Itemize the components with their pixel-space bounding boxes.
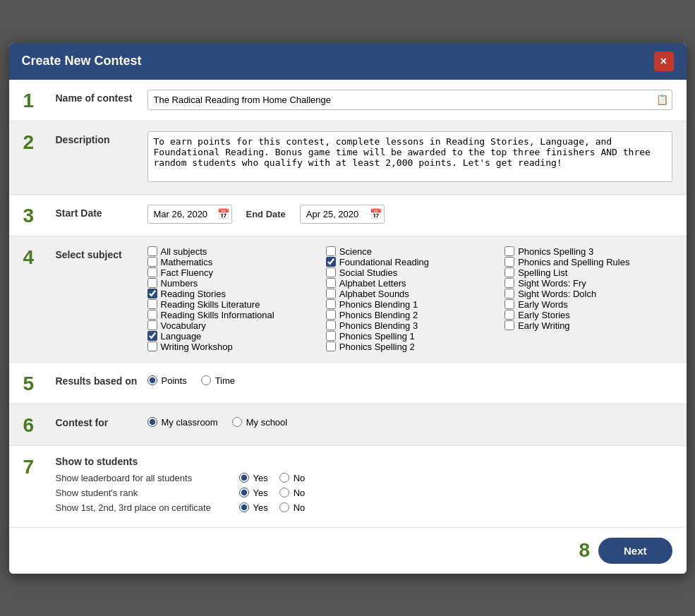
subject-alphabet-letters[interactable]: Alphabet Letters bbox=[326, 278, 493, 289]
place-no-radio[interactable] bbox=[279, 502, 289, 512]
col1-subjects: All subjects Mathematics Fact Fluency Nu… bbox=[147, 246, 315, 352]
place-yes-radio[interactable] bbox=[239, 502, 249, 512]
subject-early-stories[interactable]: Early Stories bbox=[504, 310, 672, 320]
contest-my-school-radio[interactable] bbox=[232, 417, 242, 427]
subject-social-studies[interactable]: Social Studies bbox=[326, 267, 493, 278]
cb-numbers[interactable] bbox=[147, 278, 157, 288]
cb-sight-words-fry[interactable] bbox=[504, 278, 514, 288]
subject-vocabulary[interactable]: Vocabulary bbox=[147, 320, 315, 331]
subject-phonics-spelling1[interactable]: Phonics Spelling 1 bbox=[326, 331, 493, 342]
close-button[interactable]: × bbox=[654, 52, 674, 71]
cb-early-writing[interactable] bbox=[504, 320, 514, 330]
place-no-option[interactable]: No bbox=[279, 502, 306, 513]
show-row-leaderboard: Show leaderboard for all students Yes No bbox=[56, 473, 672, 483]
cb-foundational-reading[interactable] bbox=[326, 257, 336, 267]
cb-phonics-spelling2[interactable] bbox=[326, 342, 336, 351]
subject-sight-words-fry[interactable]: Sight Words: Fry bbox=[504, 278, 672, 289]
contest-name-input[interactable] bbox=[147, 90, 672, 110]
subject-phonics-blending3[interactable]: Phonics Blending 3 bbox=[326, 320, 493, 331]
cb-science[interactable] bbox=[326, 246, 336, 256]
subject-numbers[interactable]: Numbers bbox=[147, 278, 315, 289]
results-points-radio[interactable] bbox=[147, 375, 157, 385]
subject-sight-words-dolch[interactable]: Sight Words: Dolch bbox=[504, 289, 672, 299]
leaderboard-no-option[interactable]: No bbox=[279, 473, 306, 483]
cb-all-subjects[interactable] bbox=[147, 246, 157, 256]
subject-phonics-spelling-rules[interactable]: Phonics and Spelling Rules bbox=[504, 257, 672, 267]
step-2-number: 2 bbox=[23, 131, 52, 152]
subject-reading-skills-info[interactable]: Reading Skills Informational bbox=[147, 310, 315, 320]
start-date-icon[interactable]: 📅 bbox=[217, 208, 229, 219]
section-2: 2 Description To earn points for this co… bbox=[9, 121, 687, 195]
results-time-option[interactable]: Time bbox=[201, 375, 235, 386]
cb-early-words[interactable] bbox=[504, 299, 514, 309]
step-3-number: 3 bbox=[23, 205, 52, 226]
cb-reading-skills-info[interactable] bbox=[147, 310, 157, 320]
description-input[interactable]: To earn points for this contest, complet… bbox=[147, 131, 672, 182]
cb-reading-skills-lit[interactable] bbox=[147, 299, 157, 309]
cb-writing-workshop[interactable] bbox=[147, 342, 157, 351]
subject-foundational-reading[interactable]: Foundational Reading bbox=[326, 257, 493, 267]
rank-yes-option[interactable]: Yes bbox=[239, 488, 268, 498]
subject-fact-fluency[interactable]: Fact Fluency bbox=[147, 267, 315, 278]
start-date-wrap: 📅 bbox=[147, 205, 232, 224]
cb-sight-words-dolch[interactable] bbox=[504, 289, 514, 298]
cb-alphabet-letters[interactable] bbox=[326, 278, 336, 288]
cb-alphabet-sounds[interactable] bbox=[326, 289, 336, 298]
results-time-radio[interactable] bbox=[201, 375, 211, 385]
section-6: 6 Contest for My classroom My school bbox=[9, 404, 687, 446]
place-yes-option[interactable]: Yes bbox=[239, 502, 268, 513]
subject-language[interactable]: Language bbox=[147, 331, 315, 342]
step-6-label: Contest for bbox=[56, 414, 147, 435]
subject-phonics-spelling3[interactable]: Phonics Spelling 3 bbox=[504, 246, 672, 257]
step-4-label: Select subject bbox=[56, 246, 147, 352]
subject-spelling-list[interactable]: Spelling List bbox=[504, 267, 672, 278]
cb-language[interactable] bbox=[147, 331, 157, 341]
rank-no-radio[interactable] bbox=[279, 488, 289, 497]
subject-phonics-spelling2[interactable]: Phonics Spelling 2 bbox=[326, 342, 493, 352]
contest-my-classroom-radio[interactable] bbox=[147, 417, 157, 427]
cb-phonics-blending2[interactable] bbox=[326, 310, 336, 320]
subject-writing-workshop[interactable]: Writing Workshop bbox=[147, 342, 315, 352]
cb-phonics-blending1[interactable] bbox=[326, 299, 336, 309]
subject-reading-stories[interactable]: Reading Stories bbox=[147, 289, 315, 299]
leaderboard-yes-radio[interactable] bbox=[239, 473, 249, 483]
cb-phonics-blending3[interactable] bbox=[326, 320, 336, 330]
subject-reading-skills-lit[interactable]: Reading Skills Literature bbox=[147, 299, 315, 310]
end-date-icon[interactable]: 📅 bbox=[370, 208, 382, 219]
subject-phonics-blending2[interactable]: Phonics Blending 2 bbox=[326, 310, 493, 320]
subject-mathematics[interactable]: Mathematics bbox=[147, 257, 315, 267]
subject-alphabet-sounds[interactable]: Alphabet Sounds bbox=[326, 289, 493, 299]
show-row-rank-options: Yes No bbox=[239, 488, 306, 498]
text-icon: 📋 bbox=[656, 94, 668, 105]
end-date-field: 📅 bbox=[300, 205, 385, 224]
rank-yes-radio[interactable] bbox=[239, 488, 249, 497]
cb-phonics-spelling3[interactable] bbox=[504, 246, 514, 256]
cb-phonics-spelling1[interactable] bbox=[326, 331, 336, 341]
subject-early-writing[interactable]: Early Writing bbox=[504, 320, 672, 331]
contest-name-field-wrap: 📋 bbox=[147, 90, 672, 110]
cb-vocabulary[interactable] bbox=[147, 320, 157, 330]
rank-no-option[interactable]: No bbox=[279, 488, 306, 498]
subject-science[interactable]: Science bbox=[326, 246, 493, 257]
subject-early-words[interactable]: Early Words bbox=[504, 299, 672, 310]
cb-social-studies[interactable] bbox=[326, 267, 336, 277]
leaderboard-no-radio[interactable] bbox=[279, 473, 289, 483]
step-1-label: Name of contest bbox=[56, 90, 147, 111]
contest-my-classroom-option[interactable]: My classroom bbox=[147, 417, 218, 428]
step-1-content: 📋 bbox=[147, 90, 672, 111]
subject-phonics-blending1[interactable]: Phonics Blending 1 bbox=[326, 299, 493, 310]
cb-early-stories[interactable] bbox=[504, 310, 514, 320]
cb-spelling-list[interactable] bbox=[504, 267, 514, 277]
results-points-option[interactable]: Points bbox=[147, 375, 187, 386]
cb-reading-stories[interactable] bbox=[147, 289, 157, 298]
next-button[interactable]: Next bbox=[598, 538, 672, 564]
col2-subjects: Science Foundational Reading Social Stud… bbox=[326, 246, 493, 352]
end-date-wrap: 📅 bbox=[300, 205, 385, 224]
subject-all-subjects[interactable]: All subjects bbox=[147, 246, 315, 257]
cb-phonics-spelling-rules[interactable] bbox=[504, 257, 514, 267]
leaderboard-yes-option[interactable]: Yes bbox=[239, 473, 268, 483]
cb-mathematics[interactable] bbox=[147, 257, 157, 267]
cb-fact-fluency[interactable] bbox=[147, 267, 157, 277]
contest-my-school-option[interactable]: My school bbox=[232, 417, 288, 428]
step-3-content: 📅 End Date 📅 bbox=[147, 205, 672, 226]
